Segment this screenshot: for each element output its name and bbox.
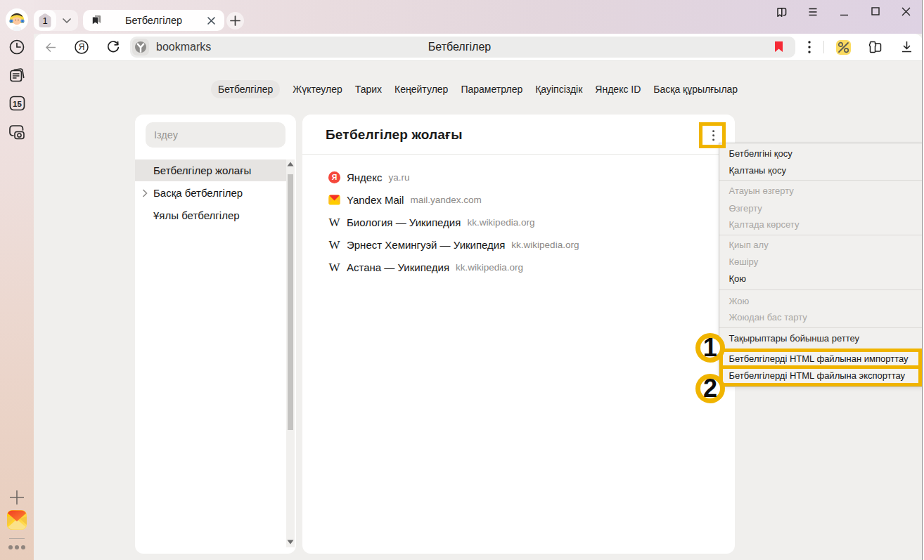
svg-text:Я: Я: [332, 173, 338, 181]
svg-text:15: 15: [13, 100, 22, 108]
